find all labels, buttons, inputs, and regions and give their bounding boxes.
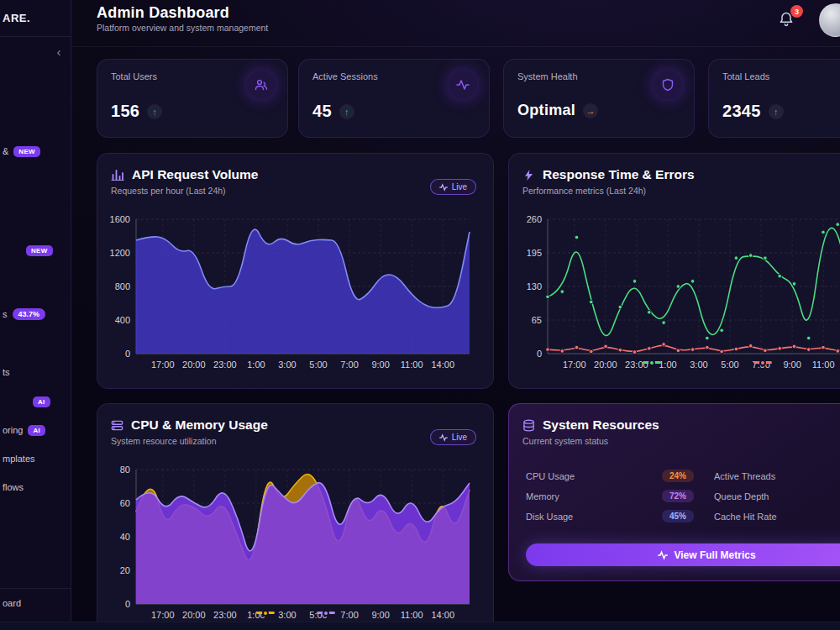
svg-text:1:00: 1:00 <box>247 360 265 370</box>
stat-value: Optimal <box>517 102 575 119</box>
sidebar-item[interactable]: s 43.7% <box>3 307 45 321</box>
panel-subtitle: Requests per hour (Last 24h) <box>111 186 480 196</box>
legend-marker[interactable] <box>643 361 661 364</box>
sidebar-item-label: mplates <box>3 454 35 464</box>
svg-text:5:00: 5:00 <box>309 360 327 370</box>
svg-text:1200: 1200 <box>110 248 130 258</box>
new-badge: NEW <box>26 245 53 256</box>
svg-text:260: 260 <box>527 214 542 224</box>
live-badge: Live <box>430 179 476 195</box>
chart-legend[interactable] <box>509 361 840 364</box>
users-icon <box>247 71 276 99</box>
sidebar-item[interactable]: oring AI <box>3 423 45 437</box>
svg-text:40: 40 <box>120 532 130 542</box>
svg-text:60: 60 <box>120 498 130 508</box>
pulse-icon <box>439 433 448 442</box>
panel-subtitle: System resource utilization <box>111 436 480 446</box>
view-full-metrics-button[interactable]: View Full Metrics <box>526 543 840 566</box>
server-icon <box>111 419 123 432</box>
panel-title: CPU & Memory Usage <box>111 417 480 433</box>
panel-title-text: CPU & Memory Usage <box>131 417 268 433</box>
sidebar-item-label: oard <box>3 598 21 608</box>
trend-up-icon: ↑ <box>339 104 354 119</box>
svg-text:1600: 1600 <box>110 214 130 224</box>
panel-response-time-errors: Response Time & Errors Performance metri… <box>508 153 840 389</box>
sidebar-item[interactable]: mplates <box>3 452 35 465</box>
resource-label-cache-hit-rate: Cache Hit Rate <box>714 510 840 522</box>
svg-text:0: 0 <box>125 349 130 359</box>
resource-label: CPU Usage <box>526 471 575 481</box>
svg-text:20: 20 <box>120 565 130 575</box>
stat-card-total-leads: Total Leads 2345 ↑ <box>708 59 840 138</box>
sidebar-item[interactable]: & NEW <box>3 144 40 158</box>
resource-value-badge: 24% <box>662 470 694 482</box>
svg-text:65: 65 <box>532 315 542 325</box>
percent-badge: 43.7% <box>13 308 46 320</box>
sidebar-item-label: flows <box>3 482 24 492</box>
sidebar-item-label: & <box>3 146 8 156</box>
sidebar: ARE. ‹ & NEW NEW s 43.7% ts AI oring AI … <box>0 0 71 630</box>
panel-title-text: Response Time & Errors <box>543 167 695 182</box>
database-icon <box>522 419 535 432</box>
panel-title: API Request Volume <box>111 167 480 182</box>
panel-subtitle: Performance metrics (Last 24h) <box>522 186 840 196</box>
svg-text:0: 0 <box>125 599 130 609</box>
panel-title: Response Time & Errors <box>522 167 840 182</box>
top-header: Admin Dashboard Platform overview and sy… <box>71 0 840 47</box>
sidebar-item[interactable]: NEW <box>3 244 53 257</box>
svg-text:7:00: 7:00 <box>340 360 358 370</box>
bottom-strip <box>0 622 840 630</box>
live-badge-label: Live <box>452 433 467 442</box>
panel-system-resources: System Resources Current system status C… <box>508 403 840 581</box>
svg-text:11:00: 11:00 <box>401 360 423 370</box>
sidebar-item[interactable]: oard <box>3 596 21 610</box>
response-time-line-chart: 06513019526017:0020:0023:001:003:005:007… <box>517 214 840 382</box>
sidebar-item[interactable]: flows <box>3 480 24 494</box>
svg-text:0: 0 <box>537 349 542 359</box>
svg-text:17:00: 17:00 <box>151 360 175 370</box>
sidebar-logo: ARE. <box>0 0 71 37</box>
resource-row-disk: Disk Usage 45% <box>526 510 694 522</box>
svg-text:80: 80 <box>120 465 130 475</box>
sidebar-item[interactable]: AI <box>3 395 50 408</box>
page-title: Admin Dashboard <box>97 4 229 22</box>
stat-label: Total Leads <box>722 71 840 81</box>
trend-up-icon: ↑ <box>147 104 162 119</box>
legend-marker[interactable] <box>317 612 335 614</box>
resource-value-badge: 72% <box>662 490 694 502</box>
chart-legend[interactable] <box>97 612 493 614</box>
panel-subtitle: Current system status <box>522 436 840 446</box>
svg-text:9:00: 9:00 <box>371 360 389 370</box>
activity-icon <box>449 71 477 99</box>
view-full-metrics-label: View Full Metrics <box>674 549 755 561</box>
svg-text:23:00: 23:00 <box>213 360 237 370</box>
lightning-icon <box>522 169 535 181</box>
resource-label-queue-depth: Queue Depth <box>714 490 840 502</box>
sidebar-item-label: oring <box>3 425 23 435</box>
page-subtitle: Platform overview and system management <box>97 23 268 33</box>
stat-card-system-health: System Health Optimal → <box>503 59 695 138</box>
stat-value: 156 <box>111 102 139 121</box>
bar-chart-icon <box>111 168 124 181</box>
ai-badge: AI <box>28 425 45 436</box>
panel-title-text: API Request Volume <box>132 167 258 182</box>
panel-title-text: System Resources <box>543 417 659 433</box>
api-volume-area-chart: 04008001200160017:0020:0023:001:003:005:… <box>106 214 480 382</box>
resource-row-cpu: CPU Usage 24% <box>526 470 694 482</box>
sidebar-item[interactable]: ts <box>3 365 10 379</box>
panel-title: System Resources <box>522 417 840 433</box>
pulse-icon <box>439 183 448 192</box>
live-badge-label: Live <box>452 182 467 192</box>
live-badge: Live <box>430 429 476 445</box>
pulse-icon <box>658 550 668 560</box>
notifications-button[interactable]: 3 <box>778 11 796 29</box>
legend-marker[interactable] <box>256 612 275 614</box>
stat-card-active-sessions: Active Sessions 45 ↑ <box>298 59 490 138</box>
shield-icon <box>654 71 682 99</box>
stat-card-total-users: Total Users 156 ↑ <box>97 59 288 138</box>
sidebar-collapse-button[interactable]: ‹ <box>51 45 66 60</box>
resources-grid: CPU Usage 24% Active Threads Memory 72% … <box>526 470 840 522</box>
stat-value: 2345 <box>722 102 761 121</box>
legend-marker[interactable] <box>753 361 772 364</box>
resource-label: Disk Usage <box>526 512 573 522</box>
